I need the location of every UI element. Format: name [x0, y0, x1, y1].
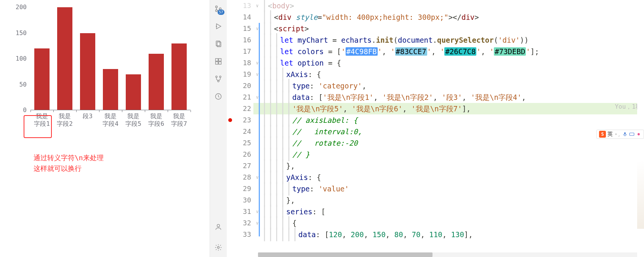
code-content[interactable]: // }: [292, 149, 644, 160]
code-content[interactable]: },: [285, 194, 644, 206]
timeline-icon[interactable]: [212, 90, 225, 103]
mic-icon[interactable]: [622, 132, 628, 137]
bar: [126, 74, 141, 111]
x-tick: 我是 字段6: [145, 112, 168, 128]
code-content[interactable]: <body>: [267, 0, 644, 11]
indent-guide: │: [267, 34, 273, 46]
code-area[interactable]: 13∨│<body>14││<div style="width: 400px;h…: [227, 0, 644, 257]
code-line[interactable]: 21∨│││││data: ['我是\n字段1', '我是\n字段2', '段3…: [227, 92, 644, 103]
fold-chevron-icon[interactable]: ∨: [253, 69, 261, 80]
code-content[interactable]: let colors = ['#4C98FB', '#83CCE7', '#26…: [279, 46, 644, 57]
code-content[interactable]: let option = {: [279, 57, 644, 69]
code-content[interactable]: // rotate:-20: [292, 137, 644, 149]
code-line[interactable]: 22│││││'我是\n字段5', '我是\n字段6', '我是\n字段7'],…: [227, 103, 644, 114]
indent-guide: │: [273, 183, 279, 194]
fold-chevron-icon[interactable]: [253, 114, 261, 126]
fold-chevron-icon[interactable]: [253, 137, 261, 149]
highlight-box: [24, 115, 52, 138]
fold-chevron-icon[interactable]: [253, 126, 261, 137]
ime-toolbar[interactable]: S 英 •,: [596, 130, 644, 139]
fold-chevron-icon[interactable]: [253, 103, 261, 114]
svg-point-11: [216, 76, 217, 77]
code-line[interactable]: 30││││},: [227, 194, 644, 206]
code-content[interactable]: xAxis: {: [285, 69, 644, 80]
fold-chevron-icon[interactable]: ∨: [253, 172, 261, 183]
fold-chevron-icon[interactable]: ∨: [253, 92, 261, 103]
code-content[interactable]: series: [: [285, 206, 644, 217]
fold-chevron-icon[interactable]: [253, 149, 261, 160]
horizontal-scrollbar[interactable]: [258, 252, 637, 257]
code-line[interactable]: 13∨│<body>: [227, 0, 644, 11]
breakpoint-icon[interactable]: [228, 118, 232, 122]
indent-guide: │: [261, 126, 267, 137]
indent-guide: │: [273, 194, 279, 206]
code-line[interactable]: 25│││││// rotate:-20: [227, 137, 644, 149]
indent-guide: │: [267, 160, 273, 172]
code-line[interactable]: 16│││let myChart = echarts.init(document…: [227, 34, 644, 46]
code-content[interactable]: {: [292, 217, 644, 229]
indent-guide: │: [273, 172, 279, 183]
fold-chevron-icon[interactable]: ∨: [253, 57, 261, 69]
fold-chevron-icon[interactable]: [253, 11, 261, 23]
fold-chevron-icon[interactable]: ∨: [253, 0, 261, 11]
code-line[interactable]: 17│││let colors = ['#4C98FB', '#83CCE7',…: [227, 46, 644, 57]
scrollbar-thumb[interactable]: [258, 252, 433, 257]
files-icon[interactable]: [212, 37, 225, 50]
minimap[interactable]: [637, 0, 644, 229]
fold-chevron-icon[interactable]: [253, 46, 261, 57]
code-content[interactable]: '我是\n字段5', '我是\n字段6', '我是\n字段7'],: [292, 103, 644, 114]
indent-guide: │: [285, 183, 292, 194]
debug-icon[interactable]: [212, 20, 225, 33]
code-content[interactable]: <script>: [273, 23, 644, 34]
code-line[interactable]: 29│││││type: 'value': [227, 183, 644, 194]
settings-gear-icon[interactable]: [212, 241, 225, 254]
svg-rect-8: [219, 59, 221, 61]
indent-guide: │: [267, 183, 273, 194]
code-line[interactable]: 33││││││data: [120, 200, 150, 80, 70, 11…: [227, 229, 644, 240]
fold-chevron-icon[interactable]: ∨: [253, 206, 261, 217]
fold-chevron-icon[interactable]: [253, 194, 261, 206]
code-line[interactable]: 28∨││││yAxis: {: [227, 172, 644, 183]
fold-chevron-icon[interactable]: [253, 183, 261, 194]
code-line[interactable]: 15∨││<script>: [227, 23, 644, 34]
code-content[interactable]: data: [120, 200, 150, 80, 70, 110, 130],: [298, 229, 644, 240]
code-line[interactable]: 20│││││type: 'category',: [227, 80, 644, 92]
ime-lang-label[interactable]: 英: [607, 131, 613, 138]
tool-icon[interactable]: [636, 132, 641, 137]
fold-chevron-icon[interactable]: [253, 80, 261, 92]
code-line[interactable]: 14││<div style="width: 400px;height: 300…: [227, 11, 644, 23]
code-line[interactable]: 24│││││// interval:0,: [227, 126, 644, 137]
code-content[interactable]: let myChart = echarts.init(document.quer…: [279, 34, 644, 46]
fold-chevron-icon[interactable]: ∨: [253, 217, 261, 229]
indent-guide: │: [261, 11, 267, 23]
code-content[interactable]: yAxis: {: [285, 172, 644, 183]
code-line[interactable]: 26│││││// }: [227, 149, 644, 160]
code-content[interactable]: // axisLabel: {: [292, 114, 644, 126]
extensions-icon[interactable]: [212, 55, 225, 68]
fold-chevron-icon[interactable]: [253, 34, 261, 46]
indent-guide: │: [261, 34, 267, 46]
fold-chevron-icon[interactable]: [253, 229, 261, 240]
keyboard-icon[interactable]: [629, 132, 634, 137]
branch-icon[interactable]: [212, 72, 225, 85]
code-content[interactable]: // interval:0,: [292, 126, 644, 137]
code-line[interactable]: 27││││},: [227, 160, 644, 172]
fold-chevron-icon[interactable]: ∨: [253, 23, 261, 34]
account-icon[interactable]: [212, 220, 225, 233]
code-content[interactable]: type: 'category',: [292, 80, 644, 92]
code-content[interactable]: },: [285, 160, 644, 172]
code-line[interactable]: 19∨││││xAxis: {: [227, 69, 644, 80]
code-line[interactable]: 23│││││// axisLabel: {: [227, 114, 644, 126]
code-line[interactable]: 32∨│││││{: [227, 217, 644, 229]
source-control-icon[interactable]: 57: [212, 2, 225, 15]
code-content[interactable]: type: 'value': [292, 183, 644, 194]
code-content[interactable]: <div style="width: 400px;height: 300px;"…: [273, 11, 644, 23]
code-line[interactable]: 31∨││││series: [: [227, 206, 644, 217]
indent-guide: │: [267, 137, 273, 149]
code-content[interactable]: data: ['我是\n字段1', '我是\n字段2', '段3', '我是\n…: [292, 92, 644, 103]
code-line[interactable]: 18∨│││let option = {: [227, 57, 644, 69]
bar: [103, 69, 118, 110]
svg-rect-7: [216, 59, 218, 61]
breakpoint-gutter[interactable]: [227, 0, 234, 257]
fold-chevron-icon[interactable]: [253, 160, 261, 172]
